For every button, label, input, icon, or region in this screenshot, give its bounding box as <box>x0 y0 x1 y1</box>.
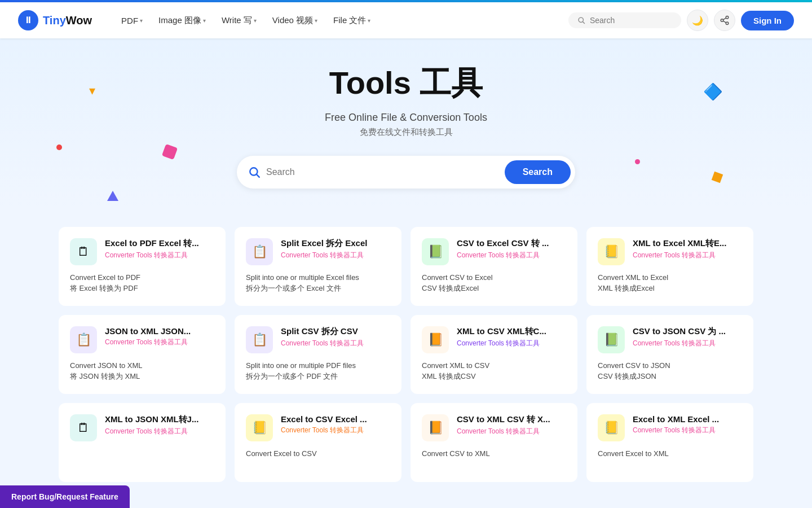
tool-card[interactable]: 🗒 XML to JSON XML转J... Converter Tools 转… <box>59 403 226 482</box>
tool-desc: Split into one or multiple PDF files 拆分为… <box>246 360 390 382</box>
nav-item-image[interactable]: Image 图像 ▾ <box>152 12 213 29</box>
tool-card[interactable]: 📒 Excel to XML Excel ... Converter Tools… <box>586 403 753 482</box>
tool-title: Split Excel 拆分 Excel <box>281 238 367 249</box>
hero-subtitle: Free Online File & Conversion Tools <box>11 112 801 124</box>
report-bug-button[interactable]: Report Bug/Request Feature <box>0 485 130 508</box>
tool-category[interactable]: Converter Tools 转换器工具 <box>633 339 726 348</box>
svg-point-0 <box>579 17 583 22</box>
chevron-down-icon: ▾ <box>254 17 257 24</box>
tool-icon: 📙 <box>422 414 449 441</box>
tool-card[interactable]: 📗 CSV to Excel CSV 转 ... Converter Tools… <box>411 227 577 306</box>
svg-line-8 <box>257 174 259 177</box>
tool-category[interactable]: Converter Tools 转换器工具 <box>281 426 367 435</box>
tool-title: CSV to Excel CSV 转 ... <box>457 238 549 249</box>
tool-icon: 📋 <box>246 238 273 265</box>
deco-dot-red <box>56 144 62 150</box>
tool-title: XML to Excel XML转E... <box>633 238 726 249</box>
tool-card[interactable]: 📋 Split Excel 拆分 Excel Converter Tools 转… <box>235 227 401 306</box>
tools-grid: 🗒 Excel to PDF Excel 转... Converter Tool… <box>45 227 767 482</box>
tool-card[interactable]: 📒 Excel to CSV Excel ... Converter Tools… <box>235 403 401 482</box>
nav-menu: PDF ▾ Image 图像 ▾ Write 写 ▾ Video 视频 ▾ Fi… <box>114 12 555 29</box>
svg-point-4 <box>726 22 729 25</box>
share-btn[interactable] <box>714 10 735 31</box>
tool-card[interactable]: 📙 XML to CSV XML转C... Converter Tools 转换… <box>411 315 577 394</box>
svg-point-7 <box>250 168 257 175</box>
nav-search-input[interactable] <box>590 16 672 25</box>
tool-title: XML to CSV XML转C... <box>457 326 546 337</box>
svg-line-5 <box>723 21 726 23</box>
hero-search-bar: Search <box>237 156 575 189</box>
tool-category[interactable]: Converter Tools 转换器工具 <box>457 251 549 260</box>
tool-desc: Convert CSV to JSON CSV 转换成JSON <box>598 360 742 382</box>
deco-gold-shape <box>712 172 723 183</box>
tool-icon: 🗒 <box>70 238 97 265</box>
dark-mode-btn[interactable]: 🌙 <box>687 10 708 31</box>
tool-icon: 📋 <box>246 326 273 353</box>
nav-item-write[interactable]: Write 写 ▾ <box>215 12 263 29</box>
tool-title: XML to JSON XML转J... <box>105 414 198 425</box>
tool-title: Excel to PDF Excel 转... <box>105 238 199 249</box>
tool-title: Split CSV 拆分 CSV <box>281 326 364 337</box>
hero-search-input[interactable] <box>266 167 505 177</box>
tool-icon: 📒 <box>598 238 625 265</box>
nav-right: 🌙 Sign In <box>568 10 794 31</box>
tool-card[interactable]: 📙 CSV to XML CSV 转 X... Converter Tools … <box>411 403 577 482</box>
search-icon <box>577 16 585 25</box>
tool-category[interactable]: Converter Tools 转换器工具 <box>633 426 719 435</box>
chevron-down-icon: ▾ <box>368 17 370 24</box>
hero-title: Tools 工具 <box>11 65 801 100</box>
nav-item-pdf[interactable]: PDF ▾ <box>114 12 149 29</box>
nav-item-file[interactable]: File 文件 ▾ <box>326 12 377 29</box>
signin-button[interactable]: Sign In <box>741 11 794 30</box>
navbar: ⏸ TinyWow PDF ▾ Image 图像 ▾ Write 写 ▾ Vid… <box>0 2 812 38</box>
svg-line-6 <box>723 18 726 20</box>
tool-title: Excel to XML Excel ... <box>633 414 719 424</box>
tool-card[interactable]: 📒 XML to Excel XML转E... Converter Tools … <box>586 227 753 306</box>
svg-line-1 <box>583 22 585 24</box>
hero-search-button[interactable]: Search <box>505 160 571 184</box>
chevron-down-icon: ▾ <box>315 17 317 24</box>
svg-point-3 <box>721 19 723 22</box>
tool-title: JSON to XML JSON... <box>105 326 191 336</box>
tool-desc: Split into one or multiple Excel files 拆… <box>246 272 390 294</box>
tool-category[interactable]: Converter Tools 转换器工具 <box>457 339 546 348</box>
tool-title: Excel to CSV Excel ... <box>281 414 367 424</box>
tool-category[interactable]: Converter Tools 转换器工具 <box>281 339 364 348</box>
search-bar-icon <box>248 166 261 178</box>
tool-desc: Convert XML to Excel XML 转换成Excel <box>598 272 742 294</box>
tool-icon: 📗 <box>422 238 449 265</box>
nav-search-box[interactable] <box>568 12 681 28</box>
tool-icon: 📒 <box>246 414 273 441</box>
tool-category[interactable]: Converter Tools 转换器工具 <box>457 427 550 436</box>
logo-icon: ⏸ <box>18 10 38 30</box>
hero-section: ▾ 🔷 Tools 工具 Free Online File & Conversi… <box>0 38 812 209</box>
tool-title: CSV to XML CSV 转 X... <box>457 414 550 425</box>
chevron-down-icon: ▾ <box>203 17 206 24</box>
tool-desc: Convert Excel to XML <box>598 448 742 459</box>
tool-category[interactable]: Converter Tools 转换器工具 <box>105 427 198 436</box>
tool-desc: Convert Excel to PDF 将 Excel 转换为 PDF <box>70 272 214 294</box>
tool-desc: Convert Excel to CSV <box>246 448 390 459</box>
tool-icon: 📗 <box>598 326 625 353</box>
tool-category[interactable]: Converter Tools 转换器工具 <box>105 251 199 260</box>
tool-card[interactable]: 📋 JSON to XML JSON... Converter Tools 转换… <box>59 315 226 394</box>
tool-icon: 📙 <box>422 326 449 353</box>
tool-card[interactable]: 🗒 Excel to PDF Excel 转... Converter Tool… <box>59 227 226 306</box>
tool-category[interactable]: Converter Tools 转换器工具 <box>633 251 726 260</box>
tool-category[interactable]: Converter Tools 转换器工具 <box>105 338 191 347</box>
tool-category[interactable]: Converter Tools 转换器工具 <box>281 251 367 260</box>
tool-desc: Convert CSV to XML <box>422 448 566 459</box>
logo[interactable]: ⏸ TinyWow <box>18 10 92 30</box>
logo-text: TinyWow <box>43 14 92 27</box>
deco-dot-pink <box>635 159 640 164</box>
tool-card[interactable]: 📗 CSV to JSON CSV 为 ... Converter Tools … <box>586 315 753 394</box>
tool-icon: 📋 <box>70 326 97 353</box>
tool-desc: Convert CSV to Excel CSV 转换成Excel <box>422 272 566 294</box>
tool-title: CSV to JSON CSV 为 ... <box>633 326 726 337</box>
nav-item-video[interactable]: Video 视频 ▾ <box>266 12 324 29</box>
deco-pink-shape <box>162 144 178 160</box>
tool-card[interactable]: 📋 Split CSV 拆分 CSV Converter Tools 转换器工具… <box>235 315 401 394</box>
svg-point-2 <box>726 16 729 19</box>
chevron-down-icon: ▾ <box>140 17 143 24</box>
share-icon <box>720 15 730 25</box>
